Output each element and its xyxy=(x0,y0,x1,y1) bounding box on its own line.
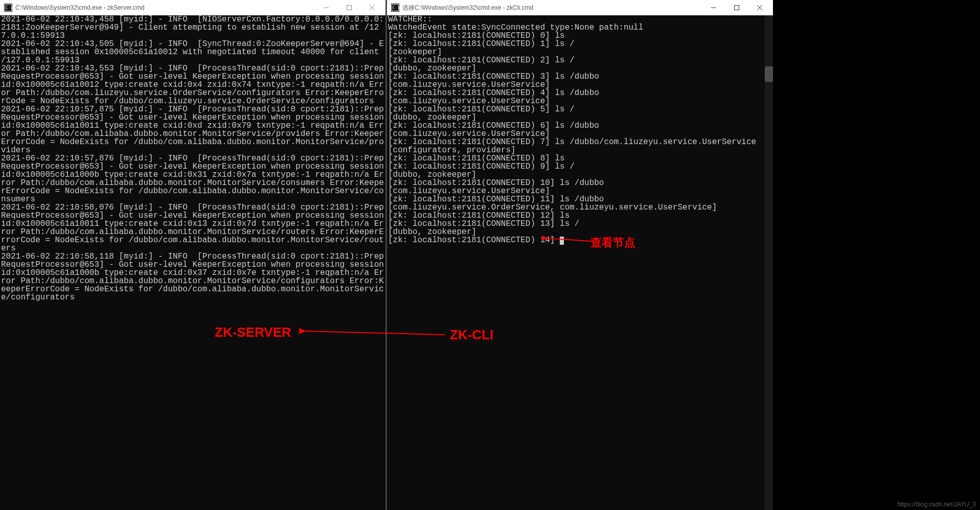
terminal-line: 2021-06-02 22:10:58,076 [myid:] - INFO [… xyxy=(1,203,384,252)
terminal-line: WATCHER:: xyxy=(388,15,772,24)
close-button[interactable] xyxy=(360,1,383,15)
terminal-line: 2021-06-02 22:10:43,553 [myid:] - INFO [… xyxy=(1,64,384,105)
terminal-line: [dubbo, zookeeper] xyxy=(388,113,772,122)
terminal-line: WatchedEvent state:SyncConnected type:No… xyxy=(388,24,772,32)
terminal-line: [zk: localhost:2181(CONNECTED) 9] ls / xyxy=(388,163,772,171)
cmd-icon: C:\ xyxy=(4,4,12,12)
terminal-line: 2021-06-02 22:10:43,505 [myid:] - INFO [… xyxy=(1,40,384,64)
svg-text:C:\: C:\ xyxy=(393,6,399,10)
scrollbar-track[interactable] xyxy=(765,15,773,510)
terminal-line: [zk: localhost:2181(CONNECTED) 7] ls /du… xyxy=(388,138,772,146)
maximize-button[interactable] xyxy=(337,1,360,15)
svg-rect-5 xyxy=(347,6,351,10)
terminal-left[interactable]: 2021-06-02 22:10:43,458 [myid:] - INFO [… xyxy=(0,15,385,510)
window-title-right: 选择C:\Windows\System32\cmd.exe - zkCli.cm… xyxy=(402,4,702,12)
terminal-line: [dubbo, zookeeper] xyxy=(388,228,772,236)
terminal-line: [zk: localhost:2181(CONNECTED) 2] ls / xyxy=(388,56,772,64)
terminal-line: [zk: localhost:2181(CONNECTED) 1] ls / xyxy=(388,40,772,48)
terminal-line: [com.liuzeyu.service.OrderService, com.l… xyxy=(388,203,772,212)
terminal-line: [zk: localhost:2181(CONNECTED) 4] ls /du… xyxy=(388,89,772,97)
terminal-line: 2021-06-02 22:10:58,118 [myid:] - INFO [… xyxy=(1,252,384,302)
terminal-line: [dubbo, zookeeper] xyxy=(388,171,772,179)
terminal-line: [dubbo, zookeeper] xyxy=(388,64,772,73)
zkserver-window: C:\ C:\Windows\System32\cmd.exe - zkServ… xyxy=(0,0,385,510)
titlebar-left[interactable]: C:\ C:\Windows\System32\cmd.exe - zkServ… xyxy=(0,0,385,15)
titlebar-right[interactable]: C:\ 选择C:\Windows\System32\cmd.exe - zkCl… xyxy=(387,0,773,15)
terminal-line: 2021-06-02 22:10:43,458 [myid:] - INFO [… xyxy=(1,15,384,40)
cmd-icon: C:\ xyxy=(391,4,399,12)
terminal-line: 2021-06-02 22:10:57,876 [myid:] - INFO [… xyxy=(1,154,384,203)
terminal-line: [zk: localhost:2181(CONNECTED) 13] ls / xyxy=(388,220,772,228)
zkcli-window: C:\ 选择C:\Windows\System32\cmd.exe - zkCl… xyxy=(387,0,773,510)
terminal-line: [zk: localhost:2181(CONNECTED) 12] ls xyxy=(388,212,772,220)
terminal-line: 2021-06-02 22:10:57,875 [myid:] - INFO [… xyxy=(1,105,384,154)
terminal-line: [zk: localhost:2181(CONNECTED) 11] ls /d… xyxy=(388,195,772,203)
terminal-line: [zk: localhost:2181(CONNECTED) 3] ls /du… xyxy=(388,73,772,81)
terminal-right[interactable]: WATCHER::WatchedEvent state:SyncConnecte… xyxy=(387,15,773,510)
terminal-line: [com.liuzeyu.service.UserService] xyxy=(388,97,772,105)
terminal-line: [com.liuzeyu.service.UserService] xyxy=(388,187,772,195)
minimize-button[interactable] xyxy=(314,1,337,15)
close-button[interactable] xyxy=(748,1,771,15)
terminal-line: [com.liuzeyu.service.UserService] xyxy=(388,81,772,89)
maximize-button[interactable] xyxy=(725,1,748,15)
window-title-left: C:\Windows\System32\cmd.exe - zkServer.c… xyxy=(15,4,314,11)
cursor xyxy=(560,237,564,245)
svg-rect-13 xyxy=(734,6,739,10)
terminal-line: [zk: localhost:2181(CONNECTED) 8] ls xyxy=(388,154,772,163)
terminal-line: [zookeeper] xyxy=(388,48,772,56)
svg-text:C:\: C:\ xyxy=(6,6,12,10)
terminal-line: [zk: localhost:2181(CONNECTED) 5] ls / xyxy=(388,105,772,113)
terminal-line: [com.liuzeyu.service.UserService] xyxy=(388,130,772,138)
minimize-button[interactable] xyxy=(702,1,725,15)
terminal-line: [zk: localhost:2181(CONNECTED) 10] ls /d… xyxy=(388,179,772,187)
watermark: https://blog.csdn.net/JAYU_3 xyxy=(897,501,976,508)
terminal-line: [zk: localhost:2181(CONNECTED) 0] ls xyxy=(388,32,772,40)
terminal-line: [configurators, providers] xyxy=(388,146,772,154)
terminal-line: [zk: localhost:2181(CONNECTED) 14] xyxy=(388,236,772,245)
terminal-line: [zk: localhost:2181(CONNECTED) 6] ls /du… xyxy=(388,122,772,130)
scrollbar-thumb[interactable] xyxy=(765,66,773,82)
